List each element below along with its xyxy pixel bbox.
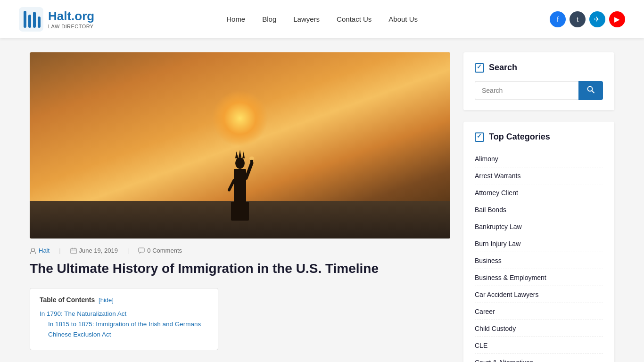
search-button[interactable] — [578, 81, 603, 100]
list-item: Attorney Client — [475, 184, 603, 201]
svg-rect-4 — [38, 16, 41, 28]
toc-header: Table of Contents [hide] — [40, 296, 208, 304]
svg-rect-3 — [33, 12, 36, 28]
toc-link-2[interactable]: In 1815 to 1875: Immigration of the Iris… — [48, 321, 201, 328]
nav-contact[interactable]: Contact Us — [337, 15, 372, 23]
svg-marker-9 — [235, 151, 239, 158]
list-item: Bail Bonds — [475, 201, 603, 218]
tumblr-link[interactable]: t — [570, 11, 586, 27]
comment-icon — [138, 247, 145, 254]
author-icon — [30, 247, 36, 254]
list-item: Business — [475, 252, 603, 269]
categories-title: Top Categories — [475, 132, 603, 142]
list-item: Bankruptcy Law — [475, 218, 603, 235]
telegram-link[interactable]: ✈ — [589, 11, 605, 27]
categories-card: Top Categories AlimonyArrest WarrantsAtt… — [463, 122, 614, 362]
category-link[interactable]: Car Accident Lawyers — [475, 291, 538, 298]
post-meta: Halt | June 19, 2019 | 0 Comments — [30, 239, 450, 260]
category-link[interactable]: Arrest Warrants — [475, 172, 521, 180]
category-link[interactable]: Attorney Client — [475, 189, 518, 197]
category-link[interactable]: Child Custody — [475, 325, 516, 332]
social-links: f t ✈ ▶ — [550, 11, 625, 27]
site-header: Halt.org Law Directory Home Blog Lawyers… — [0, 0, 644, 38]
article-area: Halt | June 19, 2019 | 0 Comments — [30, 52, 450, 350]
post-title: The Ultimate History of Immigration in t… — [30, 260, 450, 278]
svg-rect-6 — [231, 202, 249, 221]
author-link[interactable]: Halt — [39, 247, 50, 254]
list-item: Court & Alternatives — [475, 354, 603, 362]
toc-item: In 1790: The Naturalization Act — [40, 309, 208, 317]
hero-image — [30, 52, 450, 239]
author-meta: Halt — [30, 247, 50, 254]
toc-sub-item: Chinese Exclusion Act — [40, 330, 208, 338]
category-list: AlimonyArrest WarrantsAttorney ClientBai… — [475, 150, 603, 362]
category-link[interactable]: Burn Injury Law — [475, 240, 520, 247]
comments-meta: 0 Comments — [138, 247, 182, 254]
youtube-link[interactable]: ▶ — [609, 11, 625, 27]
search-icon — [587, 86, 594, 93]
search-section-icon — [475, 63, 484, 73]
category-link[interactable]: Bankruptcy Law — [475, 223, 522, 230]
main-layout: Halt | June 19, 2019 | 0 Comments — [20, 52, 624, 362]
category-link[interactable]: Business & Employment — [475, 274, 546, 281]
category-link[interactable]: Court & Alternatives — [475, 359, 533, 362]
nav-blog[interactable]: Blog — [262, 15, 276, 23]
list-item: Car Accident Lawyers — [475, 286, 603, 303]
svg-marker-8 — [239, 150, 241, 157]
svg-rect-16 — [71, 248, 76, 254]
toc-link-3[interactable]: Chinese Exclusion Act — [48, 331, 111, 338]
list-item: Alimony — [475, 150, 603, 167]
categories-section-icon — [475, 132, 484, 142]
svg-line-14 — [229, 181, 234, 190]
logo[interactable]: Halt.org Law Directory — [19, 7, 94, 32]
toc-link-1[interactable]: In 1790: The Naturalization Act — [40, 310, 126, 317]
date-meta: June 19, 2019 — [70, 247, 118, 254]
list-item: Child Custody — [475, 320, 603, 337]
list-item: Business & Employment — [475, 269, 603, 286]
list-item: CLE — [475, 337, 603, 354]
category-link[interactable]: Business — [475, 257, 502, 264]
svg-rect-20 — [139, 248, 144, 252]
nav-lawyers[interactable]: Lawyers — [293, 15, 320, 23]
search-input[interactable] — [475, 81, 578, 100]
svg-point-13 — [249, 156, 254, 160]
category-link[interactable]: Bail Bonds — [475, 206, 506, 214]
logo-icon — [19, 7, 43, 32]
category-link[interactable]: CLE — [475, 342, 487, 349]
category-link[interactable]: Career — [475, 308, 495, 315]
logo-title: Halt.org — [48, 9, 94, 24]
toc-hide-link[interactable]: [hide] — [99, 296, 114, 304]
list-item: Arrest Warrants — [475, 167, 603, 184]
search-title: Search — [475, 63, 603, 73]
search-card: Search — [463, 52, 614, 110]
main-nav: Home Blog Lawyers Contact Us About Us — [226, 15, 418, 23]
calendar-icon — [70, 247, 77, 254]
nav-home[interactable]: Home — [226, 15, 245, 23]
svg-point-7 — [235, 157, 245, 169]
sidebar: Search Top Categories AlimonyArrest Warr… — [463, 52, 614, 362]
svg-rect-5 — [234, 169, 246, 206]
list-item: Burn Injury Law — [475, 235, 603, 252]
svg-marker-10 — [242, 151, 245, 158]
search-row — [475, 81, 603, 100]
category-link[interactable]: Alimony — [475, 155, 498, 163]
svg-rect-1 — [24, 11, 26, 28]
facebook-link[interactable]: f — [550, 11, 566, 27]
toc-list: In 1790: The Naturalization Act In 1815 … — [40, 309, 208, 338]
table-of-contents: Table of Contents [hide] In 1790: The Na… — [30, 288, 218, 350]
svg-line-11 — [246, 163, 252, 178]
svg-line-22 — [592, 91, 594, 93]
nav-about[interactable]: About Us — [388, 15, 418, 23]
list-item: Career — [475, 303, 603, 320]
logo-subtitle: Law Directory — [48, 24, 94, 29]
statue-silhouette — [223, 122, 256, 221]
svg-rect-2 — [28, 15, 31, 28]
toc-sub-item: In 1815 to 1875: Immigration of the Iris… — [40, 320, 208, 328]
